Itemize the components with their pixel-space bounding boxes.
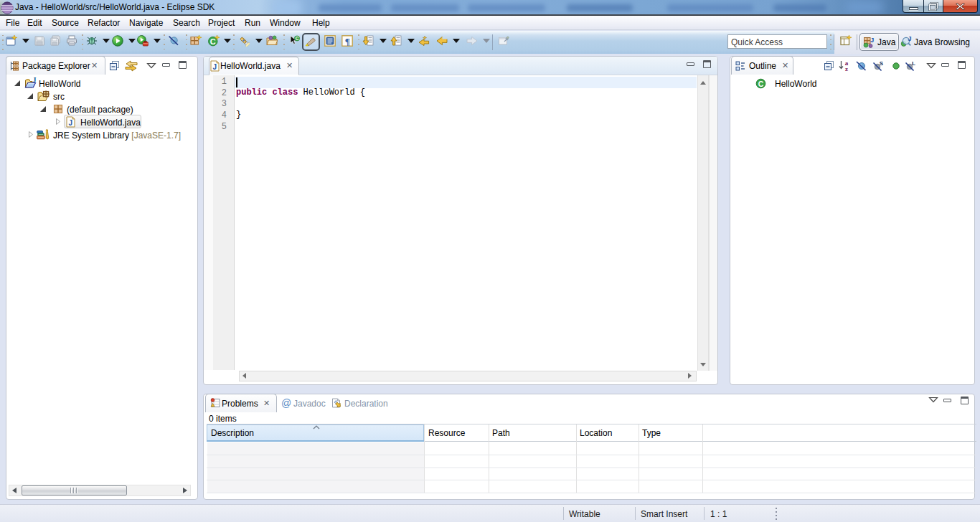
svg-text:¶: ¶ xyxy=(345,36,350,47)
svg-text:C: C xyxy=(210,37,216,46)
svg-text:L: L xyxy=(912,60,915,67)
svg-text:z: z xyxy=(845,65,848,72)
svg-text:S: S xyxy=(880,60,884,67)
svg-text:J: J xyxy=(870,37,874,44)
svg-text:J: J xyxy=(212,63,217,71)
svg-text:J: J xyxy=(908,36,911,42)
svg-text:C: C xyxy=(758,80,764,88)
svg-text:J: J xyxy=(68,119,72,127)
svg-text:C: C xyxy=(296,36,299,41)
svg-text:J: J xyxy=(33,77,37,84)
